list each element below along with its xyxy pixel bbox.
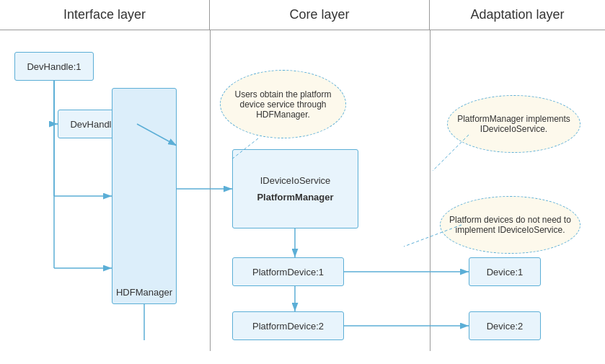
- device1-box: Device:1: [469, 257, 541, 286]
- callout-platformmanager: PlatformManager implements IDeviceIoServ…: [447, 95, 580, 153]
- device2-box: Device:2: [469, 311, 541, 340]
- callout-users: Users obtain the platform device service…: [220, 70, 346, 138]
- divider-core-adaptation: [430, 30, 430, 351]
- divider-interface-core: [210, 30, 211, 351]
- interface-layer-header: Interface layer: [0, 0, 210, 30]
- callout-platformdevices: Platform devices do not need to implemen…: [440, 196, 580, 254]
- adaptation-layer-header: Adaptation layer: [430, 0, 605, 30]
- platform-group-box: IDeviceIoService PlatformManager: [232, 149, 358, 228]
- diagram-body: DevHandle:1 DevHandle:2 HDFManager IDevi…: [0, 30, 605, 351]
- platformdevice1-box: PlatformDevice:1: [232, 257, 344, 286]
- devhandle1-box: DevHandle:1: [14, 52, 94, 81]
- layers-header: Interface layer Core layer Adaptation la…: [0, 0, 605, 30]
- diagram-container: Interface layer Core layer Adaptation la…: [0, 0, 605, 364]
- hdfmanager-box: HDFManager: [112, 88, 177, 304]
- platformdevice2-box: PlatformDevice:2: [232, 311, 344, 340]
- core-layer-header: Core layer: [210, 0, 430, 30]
